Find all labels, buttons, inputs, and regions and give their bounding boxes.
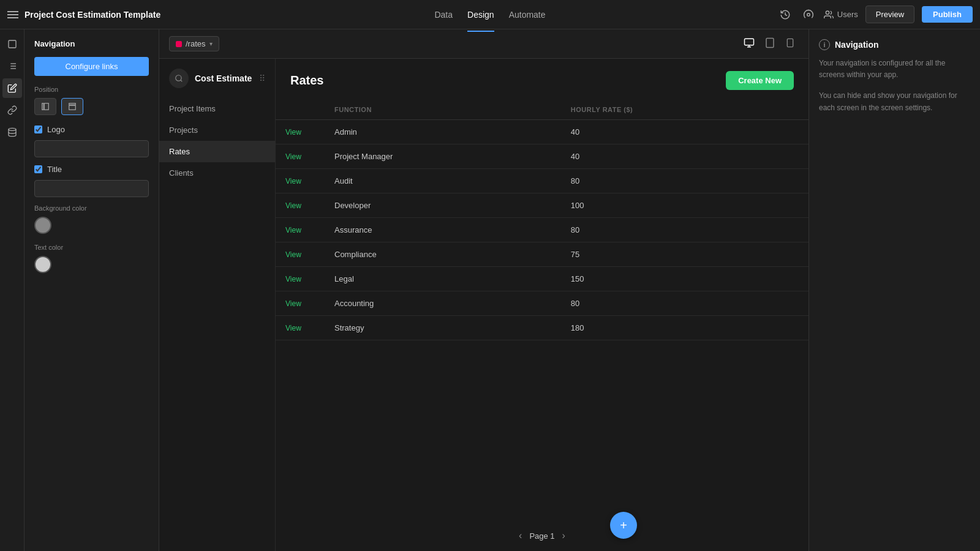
right-panel: i Navigation Your navigation is configur… — [809, 29, 980, 551]
content-header: Rates Create New — [276, 59, 809, 100]
view-icons — [740, 35, 799, 53]
bg-color-swatch[interactable] — [34, 217, 51, 234]
left-toolbar — [0, 29, 24, 551]
position-option-top[interactable] — [61, 98, 83, 115]
toolbar-edit-icon[interactable] — [2, 78, 22, 98]
col-rate: HOURLY RATE ($) — [561, 100, 809, 120]
svg-rect-11 — [44, 103, 48, 110]
topbar-center: Data Design Automate — [434, 7, 545, 22]
menu-icon[interactable] — [7, 11, 18, 18]
rate-cell: 180 — [561, 316, 809, 340]
table-row: View Accounting 80 — [276, 291, 809, 316]
view-link[interactable]: View — [285, 152, 301, 161]
function-cell: Audit — [325, 169, 561, 193]
tab-automate[interactable]: Automate — [509, 7, 546, 22]
tablet-view-button[interactable] — [761, 35, 779, 53]
nav-item-rates[interactable]: Rates — [159, 141, 275, 162]
view-link[interactable]: View — [285, 324, 301, 332]
logo-checkbox[interactable] — [34, 126, 42, 133]
app-title: Project Cost Estimation Template — [24, 10, 160, 20]
drag-handle-icon: ⠿ — [259, 73, 265, 83]
settings-icon[interactable] — [801, 7, 816, 23]
desktop-view-button[interactable] — [740, 35, 758, 53]
right-panel-desc-2: You can hide and show your navigation fo… — [819, 90, 970, 113]
page-label: Page 1 — [529, 531, 554, 541]
position-options — [34, 98, 149, 115]
svg-rect-2 — [9, 40, 16, 48]
route-badge[interactable]: /rates ▾ — [169, 36, 219, 51]
info-icon: i — [819, 39, 830, 50]
topbar-left: Project Cost Estimation Template — [7, 10, 434, 20]
publish-button[interactable]: Publish — [922, 6, 973, 23]
rate-cell: 80 — [561, 218, 809, 242]
center-area: /rates ▾ — [159, 29, 809, 551]
nav-item-clients[interactable]: Clients — [159, 162, 275, 184]
svg-point-1 — [826, 11, 829, 14]
svg-rect-13 — [69, 105, 76, 110]
mobile-view-button[interactable] — [782, 35, 799, 53]
preview-button[interactable]: Preview — [865, 6, 914, 23]
function-cell: Strategy — [325, 316, 561, 340]
app-nav-header: Cost Estimate ⠿ — [159, 69, 275, 98]
chevron-down-icon: ▾ — [209, 40, 213, 47]
logo-label: Logo — [47, 125, 65, 134]
history-icon[interactable] — [777, 7, 793, 23]
function-cell: Legal — [325, 267, 561, 291]
right-panel-title: i Navigation — [819, 39, 970, 50]
table-row: View Assurance 80 — [276, 218, 809, 242]
configure-links-button[interactable]: Configure links — [34, 57, 149, 76]
logo-checkbox-row: Logo — [34, 125, 149, 134]
rate-cell: 40 — [561, 120, 809, 144]
app-nav: Cost Estimate ⠿ Project Items Projects R… — [159, 59, 276, 551]
table-row: View Developer 100 — [276, 193, 809, 218]
toolbar-list-icon[interactable] — [2, 56, 22, 76]
view-link[interactable]: View — [285, 275, 301, 283]
tab-data[interactable]: Data — [434, 7, 453, 22]
title-checkbox[interactable] — [34, 165, 42, 173]
title-label: Title — [47, 165, 62, 174]
toolbar-layers-icon[interactable] — [2, 34, 22, 54]
next-page-button[interactable]: › — [562, 530, 565, 541]
rate-cell: 100 — [561, 193, 809, 218]
svg-rect-14 — [745, 39, 754, 45]
svg-rect-10 — [42, 103, 43, 110]
svg-point-9 — [9, 128, 16, 130]
rate-cell: 150 — [561, 267, 809, 291]
svg-point-0 — [807, 13, 810, 16]
view-link[interactable]: View — [285, 226, 301, 234]
create-new-button[interactable]: Create New — [726, 71, 794, 90]
bg-color-label: Background color — [34, 204, 149, 212]
view-link[interactable]: View — [285, 250, 301, 259]
function-cell: Assurance — [325, 218, 561, 242]
position-label: Position — [34, 86, 149, 93]
app-content: Rates Create New FUNCTION HOURLY RATE ($… — [276, 59, 809, 551]
prev-page-button[interactable]: ‹ — [519, 530, 522, 541]
panel-title: Navigation — [34, 39, 149, 48]
right-panel-desc-1: Your navigation is configured for all th… — [819, 58, 970, 81]
toolbar-database-icon[interactable] — [2, 122, 22, 142]
table-row: View Strategy 180 — [276, 316, 809, 340]
app-nav-title: Cost Estimate — [195, 73, 252, 83]
table-row: View Project Manager 40 — [276, 144, 809, 169]
nav-item-projects[interactable]: Projects — [159, 119, 275, 141]
view-link[interactable]: View — [285, 177, 301, 186]
nav-item-project-items[interactable]: Project Items — [159, 98, 275, 119]
table-row: View Admin 40 — [276, 120, 809, 144]
users-button[interactable]: Users — [824, 10, 858, 20]
rates-table: FUNCTION HOURLY RATE ($) View Admin 40 V… — [276, 100, 809, 340]
toolbar-link-icon[interactable] — [2, 100, 22, 120]
text-color-swatch[interactable] — [34, 256, 51, 273]
view-link[interactable]: View — [285, 299, 301, 308]
text-color-label: Text color — [34, 244, 149, 251]
view-link[interactable]: View — [285, 128, 301, 137]
rate-cell: 80 — [561, 169, 809, 193]
svg-rect-12 — [69, 103, 76, 105]
route-text: /rates — [186, 39, 206, 48]
view-link[interactable]: View — [285, 201, 301, 210]
logo-url-input[interactable]: https://www.clipartmax.com/pn... — [34, 140, 149, 157]
tab-design[interactable]: Design — [467, 7, 494, 22]
title-input[interactable]: Cost Estimate — [34, 180, 149, 197]
svg-line-20 — [181, 80, 183, 82]
fab-button[interactable]: + — [610, 512, 637, 539]
position-option-left[interactable] — [34, 98, 56, 115]
